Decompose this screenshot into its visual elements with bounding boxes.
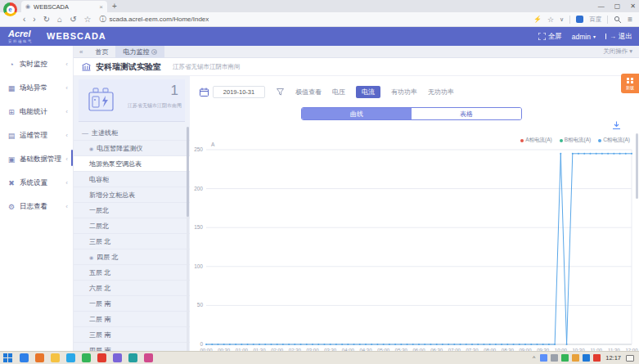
collapse-icon[interactable]: — (82, 129, 88, 137)
view-table[interactable]: 表格 (412, 108, 521, 119)
filter-funnel-icon[interactable] (277, 88, 284, 96)
param-current[interactable]: 电流 (356, 86, 380, 98)
calendar-icon[interactable] (200, 88, 209, 97)
taskbar-app-icon[interactable] (51, 353, 60, 362)
sidebar-item-system-settings[interactable]: ✖系统设置‹ (0, 171, 73, 195)
window-close-button[interactable]: ✕ (630, 2, 636, 10)
tree-item-ground-source-heat-pump-meter[interactable]: 地源热泵空调总表 (74, 156, 190, 172)
sidebar-item-energy-statistics[interactable]: ⊞电能统计‹ (0, 100, 73, 124)
close-operations-dropdown[interactable]: 关闭操作 ▾ (603, 47, 632, 56)
tray-app-icon[interactable] (540, 354, 547, 362)
taskbar-app-icon[interactable] (144, 353, 153, 362)
taskbar-app-icon[interactable] (66, 353, 75, 362)
new-version-button[interactable]: 新版 (621, 74, 639, 93)
tree-item-voltage-sag-monitor[interactable]: ◉电压暂降监测仪 (74, 141, 190, 156)
tree-item-capacitor-cabinet[interactable]: 电容柜 (74, 172, 190, 187)
station-battery-icon (87, 88, 118, 112)
tree-item-main-incoming-cabinet[interactable]: —主进线柜 (74, 125, 190, 141)
start-button[interactable] (3, 353, 12, 362)
date-input[interactable] (213, 86, 265, 98)
taskbar-app-icon[interactable] (113, 353, 122, 362)
speed-mode-icon[interactable]: ⚡ (533, 16, 542, 23)
tree-item-floor-3-north[interactable]: 三层 北 (74, 234, 190, 249)
tab-close-icon[interactable]: × (99, 3, 103, 11)
tab-scroll-left-icon[interactable]: « (79, 48, 83, 56)
browser-logo-icon[interactable] (3, 2, 17, 16)
home-button[interactable]: ⌂ (57, 15, 62, 24)
param-voltage[interactable]: 电压 (332, 88, 345, 97)
station-icon: ▦ (7, 84, 16, 92)
taskbar-clock[interactable]: 12:17 (605, 354, 621, 362)
tree-item-floor-5-north[interactable]: 五层 北 (74, 265, 190, 281)
new-tab-button[interactable]: + (112, 2, 117, 11)
tray-app-icon[interactable] (551, 354, 558, 362)
window-minimize-button[interactable]: — (598, 2, 605, 10)
tree-scrollbar-thumb[interactable] (187, 127, 189, 217)
system-tray: ^ 12:17 (533, 354, 634, 362)
svg-text:150: 150 (194, 224, 203, 230)
back-button[interactable]: ‹ (23, 15, 25, 24)
product-name: WEBSCADA (47, 31, 106, 41)
tray-expand-icon[interactable]: ^ (533, 355, 535, 361)
tray-app-icon[interactable] (583, 354, 590, 362)
tree-item-floor-1-south[interactable]: 一层 南 (74, 296, 190, 312)
screen: ◉ WEBSCADA × + — ▢ ✕ ‹ › ↻ ⌂ ↺ ☆ ⓘ scada… (0, 0, 639, 364)
tree-scrollbar[interactable] (187, 127, 189, 351)
sidebar-item-basic-data-management[interactable]: ▣基础数据管理‹ (0, 147, 73, 171)
taskbar-app-icon[interactable] (20, 353, 29, 362)
restore-button[interactable]: ↺ (70, 15, 76, 24)
search-icon[interactable] (614, 16, 622, 24)
taskbar-app-icon[interactable] (82, 353, 91, 362)
browser-tab[interactable]: ◉ WEBSCADA × (21, 1, 107, 12)
taskbar-app-icon[interactable] (35, 353, 44, 362)
sidebar-item-log-view[interactable]: ⚙日志查看‹ (0, 195, 73, 218)
tab-power-monitor[interactable]: 电力监控× (115, 46, 164, 58)
tree-item-floor-4-north[interactable]: ◉四层 北 (74, 249, 190, 265)
sidebar-item-station-abnormal[interactable]: ▦场站异常‹ (0, 76, 73, 100)
notification-icon[interactable] (626, 355, 634, 362)
fullscreen-button[interactable]: 全屏 (538, 32, 562, 42)
refresh-button[interactable]: ↻ (43, 15, 50, 24)
sidebar-scrollbar-thumb[interactable] (71, 150, 73, 166)
taskbar-app-icon[interactable] (97, 353, 106, 362)
bookmark-star-icon[interactable]: ☆ (84, 15, 92, 24)
tree-item-floor-3-south[interactable]: 三层 南 (74, 327, 190, 343)
tree-item-floor-4-south[interactable]: 四层 南 (74, 343, 190, 351)
user-menu[interactable]: admin▾ (572, 33, 596, 41)
view-curve[interactable]: 曲线 (302, 108, 412, 119)
site-info-icon[interactable]: ⓘ (99, 15, 106, 24)
forward-button[interactable]: › (33, 15, 35, 24)
app-tab-strip: « 首页电力监控× 关闭操作 ▾ (74, 46, 639, 58)
tree-item-new-branch-cabinet-meter[interactable]: 新增分立柜总表 (74, 187, 190, 203)
tray-app-icon[interactable] (572, 354, 579, 362)
taskbar-app-icon[interactable] (128, 353, 137, 362)
chevron-left-icon: ‹ (65, 179, 68, 186)
tree-item-floor-2-south[interactable]: 二层 南 (74, 312, 190, 327)
page-scrollbar-thumb[interactable] (636, 133, 638, 199)
tree-item-floor-2-north[interactable]: 二层北 (74, 218, 190, 234)
menu-icon[interactable]: ≡ (628, 15, 632, 24)
search-engine-label[interactable]: 百度 (589, 16, 601, 24)
device-icon: ◉ (89, 146, 93, 151)
url-bar[interactable]: ⓘ scada.acrel-eem.com/Home/Index (99, 15, 369, 24)
station-card[interactable]: 1 江苏省无锡市江阴市南闸 (79, 79, 185, 122)
tree-item-floor-6-north[interactable]: 六层 北 (74, 281, 190, 296)
param-active-power[interactable]: 有功功率 (391, 88, 417, 97)
logout-button[interactable]: → 退出 (605, 32, 632, 42)
sidebar-item-om-management[interactable]: ▤运维管理‹ (0, 124, 73, 147)
search-engine-icon[interactable] (576, 16, 583, 23)
param-extreme-view[interactable]: 极值查看 (295, 88, 322, 97)
tray-app-icon[interactable] (561, 354, 569, 362)
window-maximize-button[interactable]: ▢ (614, 2, 621, 10)
param-reactive-power[interactable]: 无功功率 (428, 88, 454, 97)
tab-close-icon[interactable]: × (151, 49, 157, 55)
tab-home[interactable]: 首页 (88, 46, 115, 58)
dropdown-caret-icon[interactable]: ∨ (560, 16, 564, 23)
tray-app-icon[interactable] (593, 354, 601, 362)
tree-item-floor-1-north[interactable]: 一层北 (74, 203, 190, 218)
download-button[interactable] (612, 119, 621, 133)
sidebar-item-realtime-monitor[interactable]: ◔实时监控‹ (0, 52, 73, 76)
favorite-star-icon[interactable]: ☆ (547, 16, 554, 24)
browser-tab-title: WEBSCADA (34, 3, 69, 11)
line-chart: 050100150200250A00:0000:3001:0001:3002:0… (190, 141, 639, 351)
